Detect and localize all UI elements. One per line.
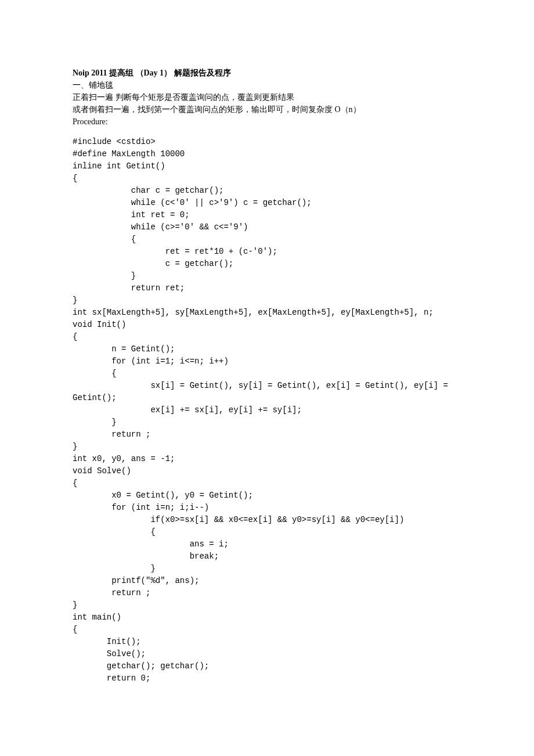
blank-line xyxy=(73,128,461,136)
code-block: #include <cstdio> #define MaxLength 1000… xyxy=(73,136,461,685)
description-line-2: 或者倒着扫一遍，找到第一个覆盖询问点的矩形，输出即可，时间复杂度 O（n） xyxy=(73,103,461,116)
document-title: Noip 2011 提高组 （Day 1） 解题报告及程序 xyxy=(73,67,461,79)
description-line-1: 正着扫一遍 判断每个矩形是否覆盖询问的点，覆盖则更新结果 xyxy=(73,91,461,103)
document-page: Noip 2011 提高组 （Day 1） 解题报告及程序 一、铺地毯 正着扫一… xyxy=(0,0,534,756)
procedure-label: Procedure: xyxy=(73,116,461,128)
section-heading: 一、铺地毯 xyxy=(73,79,461,91)
